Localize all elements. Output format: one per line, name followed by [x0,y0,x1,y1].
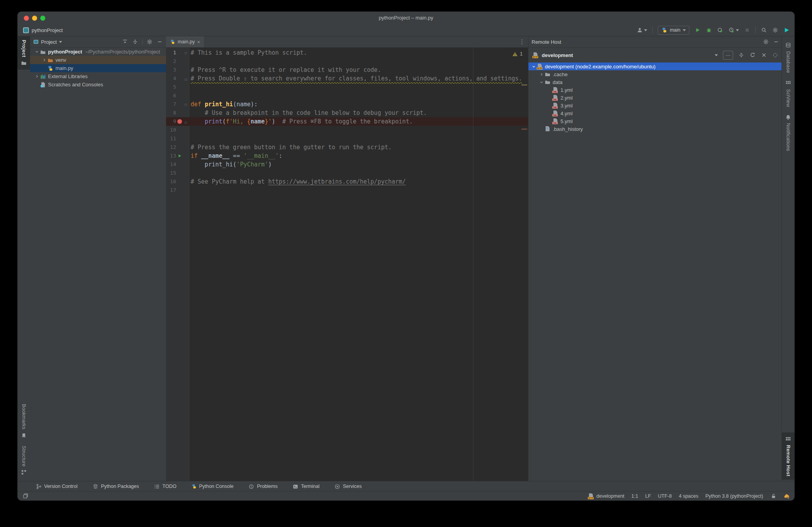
close-icon[interactable] [761,52,767,58]
analysis-stripe-mark[interactable] [521,84,527,86]
toolwindow-button-python-console[interactable]: Python Console [191,484,234,489]
tree-item-.bash-history[interactable]: ?.bash_history [528,125,782,133]
run-configuration-selector[interactable]: main [658,26,689,35]
project-widget-label: pythonProject [32,27,63,33]
toolwindow-button-services[interactable]: Services [334,483,362,489]
tree-item-2.yml[interactable]: YML2.yml [528,94,782,102]
chevron-down-icon[interactable] [34,49,39,54]
editor-tab-main-py[interactable]: main.py × [166,36,204,47]
chevron-right-icon[interactable] [41,57,47,63]
toolwindow-button-todo[interactable]: TODO [154,483,177,489]
stripe-tab-notifications[interactable]: Notifications [782,111,794,155]
close-tab-icon[interactable]: × [197,39,200,45]
code-line-16[interactable]: # See PyCharm help at https://www.jetbra… [191,177,528,186]
code-line-17[interactable] [191,186,528,195]
yml-icon: YML [552,110,559,116]
project-view-caret-icon[interactable] [59,41,62,43]
chevron-down-icon[interactable] [531,64,536,69]
run-button[interactable] [694,27,701,33]
status-line-ending[interactable]: LF [645,493,651,499]
chevron-down-icon[interactable] [539,80,544,85]
tree-item-5.yml[interactable]: YML5.yml [528,117,782,125]
tree-item-pythonproject[interactable]: pythonProject~/PycharmProjects/pythonPro… [30,48,166,56]
user-button[interactable] [637,27,647,33]
collapse-all-icon[interactable] [738,52,744,58]
tree-item-main.py[interactable]: main.py [30,64,166,72]
remote-server-name[interactable]: development [542,52,573,58]
code-line-11[interactable] [191,134,528,143]
stripe-tab-bookmarks[interactable]: Bookmarks [18,400,30,442]
code-line-9[interactable]: print(f'Hi, {name}') # Press ⌘F8 to togg… [191,117,528,126]
expand-all-icon[interactable] [122,39,128,45]
code-line-5[interactable] [191,83,528,91]
tree-item-1.yml[interactable]: YML1.yml [528,86,782,94]
inspections-widget[interactable]: 1 [512,51,523,57]
run-line-icon[interactable] [177,154,182,158]
stripe-tab-structure[interactable]: Structure [18,442,30,479]
chevron-right-icon[interactable] [34,74,39,79]
collapse-all-icon[interactable] [132,39,138,45]
code-line-10[interactable] [191,126,528,134]
chevron-right-icon[interactable] [539,72,544,77]
more-options-button[interactable]: … [723,51,733,60]
code-line-6[interactable] [191,91,528,100]
tool-window-toggle-icon[interactable] [22,493,29,499]
toolwindow-button-version-control[interactable]: Version Control [36,483,77,489]
tree-item-external-libraries[interactable]: External Libraries [30,72,166,80]
code-line-3[interactable]: # Press ^R to execute it or replace it w… [191,66,528,74]
unlock-icon[interactable] [770,493,776,499]
settings-icon[interactable] [146,39,153,45]
profiler-button[interactable] [728,27,739,33]
stripe-tab-database[interactable]: Database [782,39,794,77]
coverage-button[interactable] [717,27,723,33]
gutter-line-12: 12 [166,143,189,152]
remote-host-tree: SFTPdevelopment (node2.example.com/home/… [528,63,782,481]
analysis-stripe-mark[interactable] [521,129,527,130]
minimize-icon[interactable] [157,39,163,45]
tree-item-3.yml[interactable]: YML3.yml [528,102,782,109]
project-widget[interactable]: pythonProject [23,24,63,36]
server-caret-down-icon[interactable] [715,54,718,56]
code-line-1[interactable]: # This is a sample Python script. [191,48,528,57]
locate-disabled-icon[interactable] [772,52,778,58]
code-line-14[interactable]: print_hi('PyCharm') [191,160,528,169]
tree-item-venv[interactable]: venv [30,56,166,64]
tree-item-.cache[interactable]: .cache [528,70,782,78]
status-deployment[interactable]: SFTP development [588,493,625,499]
code-line-4[interactable]: # Press Double ⇧ to search everywhere fo… [191,74,528,83]
settings-button[interactable] [772,27,778,33]
debug-button[interactable] [706,27,712,33]
toolwindow-button-terminal[interactable]: Terminal [293,483,319,489]
search-button[interactable] [761,27,767,33]
tree-item-development-node2.example.com-home-ubuntu-[interactable]: SFTPdevelopment (node2.example.com/home/… [528,63,782,70]
cloud-sync-icon[interactable] [783,493,790,499]
minimize-icon[interactable] [773,39,779,45]
tree-item-scratches-and-consoles[interactable]: Scratches and Consoles [30,80,166,89]
tree-item-label: venv [55,57,66,63]
tree-item-data[interactable]: data [528,78,782,86]
status-encoding[interactable]: UTF-8 [658,493,672,499]
code-line-2[interactable] [191,57,528,66]
stop-button[interactable] [744,27,750,33]
code-line-8[interactable]: # Use a breakpoint in the code line belo… [191,109,528,117]
settings-icon[interactable] [763,39,769,45]
status-indent[interactable]: 4 spaces [679,493,698,499]
stripe-tab-sciview[interactable]: SciView [782,77,794,111]
stripe-tab-remote-host[interactable]: Remote Host [782,432,794,480]
code-line-7[interactable]: def print_hi(name): [191,100,528,109]
project-panel-title[interactable]: Project [41,39,57,45]
status-interpreter[interactable]: Python 3.8 (pythonProject) [705,493,763,499]
toolwindow-button-python-packages[interactable]: Python Packages [92,483,139,489]
toolwindow-button-problems[interactable]: Problems [248,483,278,489]
tree-item-4.yml[interactable]: YML4.yml [528,109,782,117]
editor-options-kebab-icon[interactable]: ⋮ [519,38,525,45]
stripe-tab-project[interactable]: Project [18,36,30,70]
code-line-13[interactable]: if __name__ == '__main__': [191,152,528,160]
status-caret-position[interactable]: 1:1 [632,493,638,499]
editor-body[interactable]: 1234567891011121314151617 # This is a sa… [166,48,528,481]
breakpoint-icon[interactable] [177,119,182,124]
code-line-12[interactable]: # Press the green button in the gutter t… [191,143,528,152]
refresh-icon[interactable] [750,52,756,58]
code-line-15[interactable] [191,169,528,177]
ide-logo-button[interactable] [783,27,790,33]
